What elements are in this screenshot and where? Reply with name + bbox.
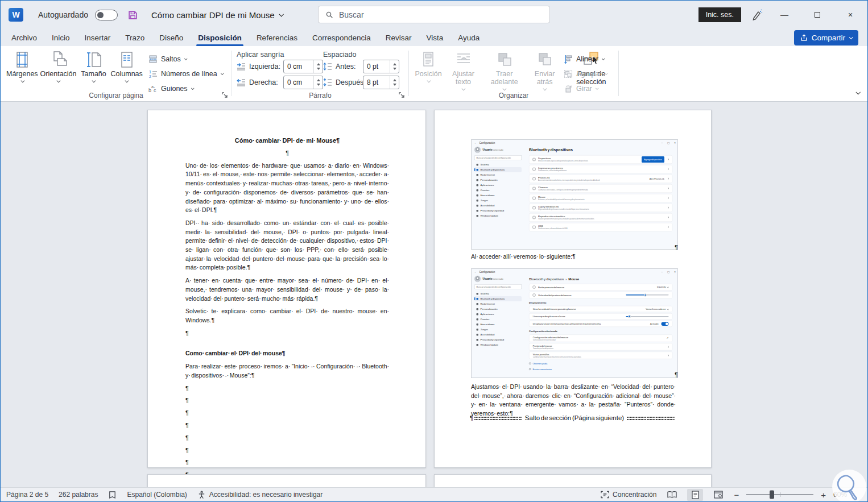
settings-nav-item: Hora e idioma (474, 322, 522, 327)
settings-row: Velocidad del puntero del mouse (529, 292, 672, 298)
doc-paragraph[interactable]: Solvetic· te· explicara· como· cambiar· … (185, 307, 389, 325)
search-box[interactable]: Buscar (318, 6, 550, 23)
doc-paragraph[interactable]: A· tener· en· cuenta· que· entre· mayor·… (185, 276, 389, 303)
autosave-label: Autoguardado (38, 10, 88, 19)
orientation-button[interactable]: Orientación (40, 48, 77, 82)
margins-button[interactable]: Márgenes (6, 48, 38, 82)
page-3-partial[interactable] (147, 474, 426, 487)
proofing-icon[interactable] (108, 491, 117, 499)
wrap-text-icon (454, 51, 473, 69)
tab-insertar[interactable]: Insertar (77, 29, 118, 46)
spacing-before-spinner[interactable]: 0 pt (363, 60, 399, 73)
paragraph-mark[interactable]: ¶ (185, 329, 389, 342)
word-count[interactable]: 262 palabras (59, 491, 98, 499)
sign-in-button[interactable]: Inic. ses. (698, 7, 741, 22)
group-button: Agrupar (564, 67, 607, 81)
tab-archivo[interactable]: Archivo (4, 29, 44, 46)
doc-heading-1[interactable]: Cómo· cambiar· DPI· de· mi· Mouse¶ (185, 136, 389, 146)
indent-left-icon (237, 62, 246, 71)
print-layout-button[interactable] (687, 489, 703, 501)
tab-inicio[interactable]: Inicio (44, 29, 77, 46)
line-numbers-button[interactable]: 12 Números de línea (148, 67, 223, 81)
spacing-after-spinner[interactable]: 8 pt (363, 76, 399, 89)
tab-vista[interactable]: Vista (419, 29, 451, 46)
spinner-arrows[interactable] (313, 60, 323, 73)
save-icon[interactable] (128, 10, 138, 20)
maximize-button[interactable] (806, 10, 829, 19)
settings-nav-item: Sistema (474, 291, 522, 296)
zoom-slider-handle[interactable] (770, 491, 774, 499)
avatar (474, 276, 481, 282)
back-arrow-icon: ← (474, 270, 477, 275)
language-indicator[interactable]: Español (Colombia) (127, 491, 187, 499)
page-setup-dialog-launcher[interactable] (222, 92, 228, 98)
share-button[interactable]: Compartir (794, 30, 858, 45)
paragraph-mark[interactable]: ¶ (185, 434, 389, 446)
tab-revisar[interactable]: Revisar (378, 29, 419, 46)
indent-right-spinner[interactable]: 0 cm (283, 76, 323, 89)
paragraph-mark[interactable]: ¶ (185, 409, 389, 421)
paragraph-mark[interactable]: ¶ (185, 396, 389, 409)
columns-button[interactable]: Columnas (111, 48, 143, 82)
web-layout-button[interactable] (710, 489, 726, 501)
page-4-partial[interactable] (434, 474, 712, 487)
breaks-button[interactable]: Saltos (148, 52, 223, 67)
doc-paragraph[interactable]: Al· acceder· allí· veremos· lo· siguient… (471, 252, 676, 262)
doc-paragraph[interactable]: Ajustamos· el· DPI· usando· la· barra· d… (471, 383, 676, 418)
settings-titlebar: ← Configuración –▢× (472, 140, 678, 146)
tab-referencias[interactable]: Referencias (249, 29, 305, 46)
page-1[interactable]: Cómo· cambiar· DPI· de· mi· Mouse¶ ¶ Uno… (147, 110, 426, 468)
settings-row: Varias pantallasCambiar la forma en que … (529, 352, 672, 359)
embedded-image-mouse-settings[interactable]: ← Configuración –▢× UsuarioConectado Bus… (471, 268, 678, 378)
tab-trazo[interactable]: Trazo (118, 29, 152, 46)
autosave-toggle[interactable] (95, 10, 118, 20)
accessibility-status[interactable]: Accesibilidad: es necesario investigar (197, 491, 323, 499)
paragraph-mark[interactable]: ¶ (185, 458, 389, 471)
page-2-text: ← Configuración –▢× UsuarioConectado Bus… (435, 110, 711, 467)
bring-forward-button: Traer adelante (483, 48, 525, 90)
indent-left-spinner[interactable]: 0 cm (283, 60, 323, 73)
image-anchor-mark: ¶ (675, 371, 678, 380)
document-title-text: Cómo cambiar DPI de mi Mouse (151, 10, 275, 20)
document-title[interactable]: Cómo cambiar DPI de mi Mouse (151, 10, 283, 20)
group-paragraph: Aplicar sangría Espaciado Izquierda: 0 c… (232, 46, 408, 102)
paragraph-mark[interactable]: ¶ (185, 384, 389, 397)
minimize-button[interactable]: — (773, 10, 796, 19)
doc-paragraph[interactable]: Uno· de· los· elementos· de· hardware· q… (185, 161, 389, 215)
tab-ayuda[interactable]: Ayuda (450, 29, 487, 46)
spinner-arrows[interactable] (313, 76, 323, 89)
spinner-arrows[interactable] (390, 76, 399, 89)
settings-nav-item: Juegos (474, 327, 522, 332)
spinner-arrows[interactable] (390, 60, 399, 73)
paragraph-mark[interactable]: ¶ (185, 421, 389, 434)
read-mode-button[interactable] (664, 489, 680, 501)
doc-paragraph[interactable]: Para· realizar· este· proceso· iremos· a… (185, 362, 389, 380)
size-button[interactable]: Tamaño (79, 48, 109, 82)
focus-mode-button[interactable]: Concentración (601, 491, 656, 499)
breaks-icon (148, 55, 158, 64)
indent-right-label: Derecha: (249, 78, 278, 86)
doc-heading-2[interactable]: Como· cambiar· el· DPI· del· mouse¶ (185, 349, 389, 358)
tab-diseno[interactable]: Diseño (152, 29, 191, 46)
paragraph-dialog-launcher[interactable] (399, 92, 405, 98)
tab-correspondencia[interactable]: Correspondencia (305, 29, 378, 46)
close-button[interactable]: × (839, 10, 862, 19)
word-app-icon[interactable]: W (9, 8, 23, 22)
page-indicator[interactable]: Página 2 de 5 (6, 491, 48, 499)
zoom-out-button[interactable]: − (734, 490, 739, 500)
whats-new-icon[interactable] (751, 9, 763, 20)
zoom-slider[interactable] (746, 494, 813, 495)
word-window: W Autoguardado Cómo cambiar DPI de mi Mo… (0, 0, 868, 502)
paragraph-mark[interactable]: ¶ (185, 446, 389, 459)
ribbon-collapse-chevron-icon[interactable] (856, 86, 859, 97)
align-button[interactable]: Alinear (564, 52, 607, 67)
title-bar: W Autoguardado Cómo cambiar DPI de mi Mo… (1, 1, 867, 29)
doc-paragraph[interactable]: DPI·· ha· sido· desarrollado· como· un· … (185, 219, 389, 272)
page-2[interactable]: ← Configuración –▢× UsuarioConectado Bus… (434, 110, 712, 468)
image-anchor-mark: ¶ (675, 243, 678, 252)
embedded-image-bluetooth-devices[interactable]: ← Configuración –▢× UsuarioConectado Bus… (471, 139, 678, 250)
paragraph-mark[interactable]: ¶ (185, 149, 389, 161)
zoom-in-button[interactable]: + (821, 490, 826, 500)
tab-disposicion[interactable]: Disposición (191, 29, 249, 46)
titlebar-right-controls: Inic. ses. — × (698, 7, 862, 22)
